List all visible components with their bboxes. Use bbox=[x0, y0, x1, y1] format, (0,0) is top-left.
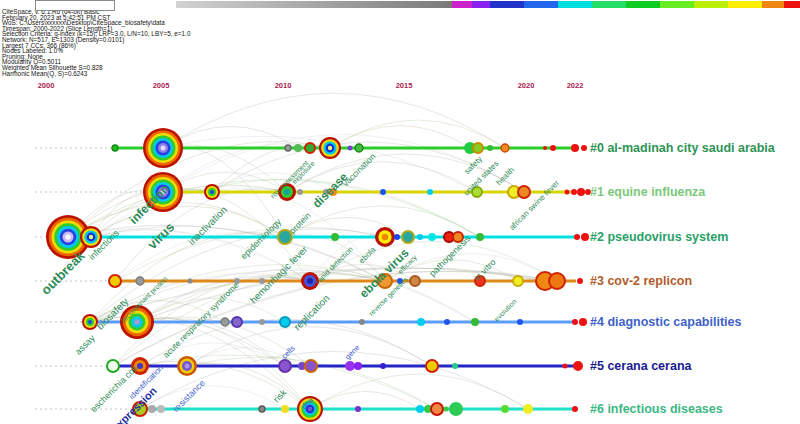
timeline-node[interactable] bbox=[259, 319, 265, 325]
link-arc bbox=[330, 126, 470, 148]
timeline-node[interactable] bbox=[204, 184, 220, 200]
timeline-node[interactable] bbox=[444, 407, 449, 412]
timeline-node[interactable] bbox=[473, 143, 483, 153]
top-input-box[interactable] bbox=[35, 0, 115, 11]
timeline-node[interactable] bbox=[297, 189, 303, 195]
timeline-node[interactable] bbox=[380, 363, 386, 369]
timeline-node[interactable] bbox=[518, 186, 530, 198]
timeline-node[interactable] bbox=[221, 318, 229, 326]
timeline-node[interactable] bbox=[417, 234, 423, 240]
timeline-node[interactable] bbox=[572, 319, 578, 325]
timeline-node[interactable] bbox=[348, 146, 353, 151]
timeline-node[interactable] bbox=[517, 319, 523, 325]
timeline-node[interactable] bbox=[549, 273, 565, 289]
timeline-node[interactable] bbox=[573, 361, 583, 371]
cluster-label-4[interactable]: #4 diagnostic capabilities bbox=[590, 315, 741, 329]
timeline-node[interactable] bbox=[355, 406, 361, 412]
timeline-node[interactable] bbox=[487, 145, 493, 151]
timeline-node[interactable] bbox=[107, 360, 119, 372]
timeline-node[interactable] bbox=[581, 145, 587, 151]
timeline-node[interactable] bbox=[345, 361, 355, 371]
timeline-node[interactable] bbox=[305, 360, 317, 372]
timeline-node[interactable] bbox=[232, 317, 242, 327]
time-spectrum-bar bbox=[452, 1, 800, 8]
timeline-node[interactable] bbox=[563, 364, 568, 369]
timeline-node[interactable] bbox=[294, 144, 302, 152]
timeline-node[interactable] bbox=[380, 189, 386, 195]
timeline-node[interactable] bbox=[285, 145, 291, 151]
timeline-node[interactable] bbox=[581, 233, 589, 241]
timeline-node[interactable] bbox=[543, 146, 547, 150]
timeline-node[interactable] bbox=[513, 276, 523, 286]
timeline-node[interactable] bbox=[426, 360, 438, 372]
timeline-node[interactable] bbox=[571, 189, 577, 195]
timeline-node[interactable] bbox=[574, 234, 580, 240]
keyword-label: ebola bbox=[357, 245, 378, 266]
timeline-node[interactable] bbox=[143, 128, 183, 168]
timeline-node[interactable] bbox=[428, 233, 436, 241]
timeline-node[interactable] bbox=[281, 405, 289, 413]
timeline-node[interactable] bbox=[577, 278, 583, 284]
timeline-node[interactable] bbox=[109, 275, 121, 287]
cluster-label-0[interactable]: #0 al-madinah city saudi arabia bbox=[590, 141, 776, 155]
timeline-node[interactable] bbox=[452, 363, 458, 369]
timeline-node[interactable] bbox=[427, 189, 433, 195]
timeline-node[interactable] bbox=[449, 402, 463, 416]
keyword-label: gene bbox=[343, 343, 361, 361]
timeline-node[interactable] bbox=[501, 144, 509, 152]
timeline-node[interactable] bbox=[476, 233, 484, 241]
timeline-node[interactable] bbox=[148, 405, 156, 413]
year-tick: 2005 bbox=[153, 81, 170, 90]
year-tick: 2020 bbox=[518, 81, 535, 90]
keyword-label: vaccination bbox=[340, 151, 377, 188]
link-arc bbox=[310, 374, 528, 409]
gray-density-bar bbox=[176, 1, 452, 8]
timeline-node[interactable] bbox=[416, 405, 424, 413]
timeline-node[interactable] bbox=[359, 319, 365, 325]
timeline-node[interactable] bbox=[471, 318, 479, 326]
timeline-node[interactable] bbox=[136, 277, 144, 285]
timeline-node[interactable] bbox=[402, 231, 414, 243]
timeline-node[interactable] bbox=[354, 362, 362, 370]
year-tick: 2022 bbox=[567, 81, 584, 90]
timeline-node[interactable] bbox=[157, 405, 165, 413]
timeline-node[interactable] bbox=[188, 279, 193, 284]
year-tick: 2015 bbox=[396, 81, 413, 90]
timeline-node[interactable] bbox=[355, 144, 363, 152]
timeline-node[interactable] bbox=[572, 406, 578, 412]
timeline-node[interactable] bbox=[577, 188, 585, 196]
timeline-node[interactable] bbox=[112, 145, 118, 151]
timeline-node[interactable] bbox=[259, 406, 265, 412]
timeline-node[interactable] bbox=[523, 404, 533, 414]
citespace-canvas: CiteSpace, v. 6.1.R6 (64-bit) BasicFebru… bbox=[0, 0, 800, 424]
timeline-node[interactable] bbox=[431, 403, 443, 415]
year-tick: 2000 bbox=[38, 81, 55, 90]
timeline-node[interactable] bbox=[579, 318, 587, 326]
timeline-node[interactable] bbox=[305, 143, 315, 153]
link-arc bbox=[287, 162, 477, 192]
timeline-node[interactable] bbox=[375, 227, 395, 247]
timeline-node[interactable] bbox=[331, 233, 339, 241]
timeline-node[interactable] bbox=[550, 145, 556, 151]
cluster-label-1[interactable]: #1 equine influenza bbox=[590, 185, 706, 199]
timeline-node[interactable] bbox=[444, 319, 450, 325]
timeline-node[interactable] bbox=[417, 318, 425, 326]
cluster-label-6[interactable]: #6 infectious diseases bbox=[590, 402, 723, 416]
cluster-label-3[interactable]: #3 cov-2 replicon bbox=[590, 274, 692, 288]
cluster-label-5[interactable]: #5 cerana cerana bbox=[590, 359, 693, 373]
info-line: Harmonic Mean(Q, S)=0.6243 bbox=[2, 71, 190, 77]
timeline-node[interactable] bbox=[279, 360, 291, 372]
timeline-node[interactable] bbox=[501, 405, 509, 413]
timeline-node[interactable] bbox=[319, 137, 341, 159]
year-tick: 2010 bbox=[275, 81, 292, 90]
timeline-node[interactable] bbox=[280, 317, 290, 327]
timeline-node[interactable] bbox=[394, 234, 400, 240]
keyword-label: cells bbox=[280, 344, 297, 361]
timeline-node[interactable] bbox=[571, 144, 579, 152]
cluster-label-2[interactable]: #2 pseudovirus system bbox=[590, 230, 728, 244]
timeline-node[interactable] bbox=[565, 190, 570, 195]
cluster-row-5 bbox=[35, 356, 583, 376]
keyword-label: protein bbox=[287, 210, 313, 236]
timeline-node[interactable] bbox=[177, 356, 197, 376]
timeline-node[interactable] bbox=[410, 276, 420, 286]
